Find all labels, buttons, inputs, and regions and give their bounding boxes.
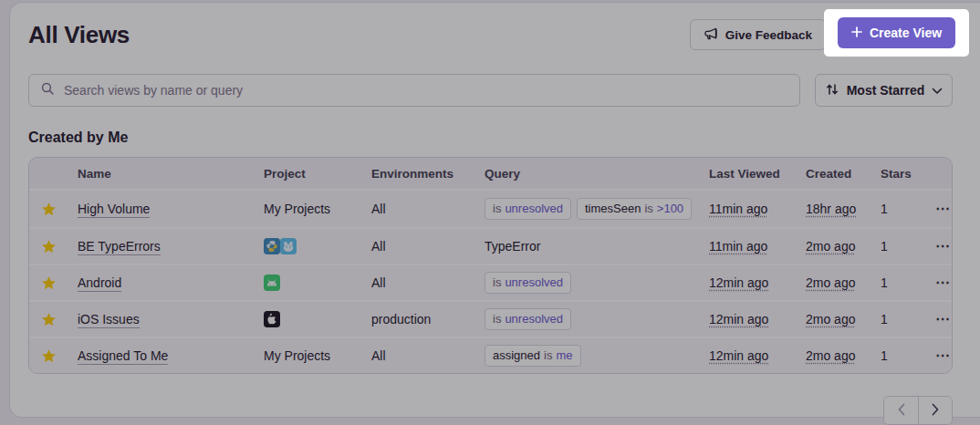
create-view-label: Create View	[870, 26, 942, 40]
tutorial-dim-overlay	[0, 0, 980, 425]
create-view-button[interactable]: Create View	[838, 17, 955, 48]
create-view-spotlight: Create View	[824, 9, 969, 57]
plus-icon	[851, 26, 862, 40]
